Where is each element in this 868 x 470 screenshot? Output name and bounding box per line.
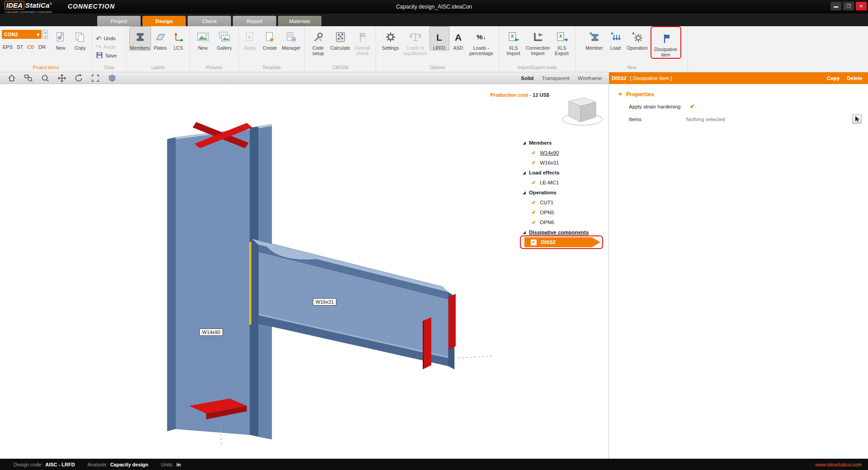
tree-item-label: DISS2 xyxy=(541,240,556,245)
connection-spinner[interactable]: ▲ ▼ xyxy=(42,30,48,39)
undo-button[interactable]: ↶Undo xyxy=(94,34,118,43)
template-manager-button[interactable]: Manager xyxy=(280,26,302,51)
viewport-3d[interactable]: Production cost - 12 US$ W16x31 W14x90 M… xyxy=(0,84,609,459)
viewport-toolbar: Solid Transparent Wireframe xyxy=(0,72,609,84)
maximize-button[interactable]: ❐ xyxy=(843,2,854,10)
tree-item-le-mc1[interactable]: ✔LE-MC1 xyxy=(518,178,609,188)
labels-plates-button[interactable]: Plates xyxy=(151,26,170,51)
new-member-button[interactable]: Member xyxy=(583,26,606,51)
copy-item-button[interactable]: Copy xyxy=(827,75,840,81)
flag-icon xyxy=(357,30,368,44)
rotate-view-icon[interactable] xyxy=(74,74,83,83)
view-mode-solid[interactable]: Solid xyxy=(521,75,533,81)
strain-hardening-checkbox[interactable]: ✔ xyxy=(690,103,695,110)
expand-triangle-icon[interactable] xyxy=(523,191,526,194)
asd-button[interactable]: A ASD xyxy=(449,26,467,51)
view-mode-wireframe[interactable]: Wireframe xyxy=(578,75,602,81)
design-code-value: AISC - LRFD xyxy=(45,462,75,467)
check-icon[interactable]: ✔ xyxy=(532,220,536,226)
redo-button[interactable]: ↷Redo xyxy=(94,43,118,52)
model-canvas[interactable] xyxy=(0,84,609,459)
pan-icon[interactable] xyxy=(57,74,66,83)
connection-import-button[interactable]: Connection Import xyxy=(525,26,551,56)
template-create-button[interactable]: Create xyxy=(259,26,279,51)
tree-group-members[interactable]: Members xyxy=(518,138,609,148)
picture-gallery-button[interactable]: Gallery xyxy=(213,26,236,51)
website-link[interactable]: www.ideastatica.com xyxy=(815,462,862,467)
expand-triangle-icon[interactable] xyxy=(523,231,526,234)
new-load-button[interactable]: Load xyxy=(606,26,625,51)
home-view-icon[interactable] xyxy=(7,74,16,83)
copy-project-item-button[interactable]: Copy xyxy=(71,26,90,51)
check-icon[interactable]: ✔ xyxy=(532,210,536,216)
zoom-fit-icon[interactable] xyxy=(91,74,100,83)
tree-group-load-effects[interactable]: Load effects xyxy=(518,168,609,178)
zoom-window-icon[interactable] xyxy=(24,74,33,83)
item-picker-button[interactable] xyxy=(852,114,862,124)
mode-st[interactable]: ST xyxy=(17,44,23,50)
tab-check[interactable]: Check xyxy=(188,16,231,26)
check-icon[interactable]: ✔ xyxy=(532,150,536,156)
connection-selector[interactable]: CON2 ▾ xyxy=(2,30,42,39)
tree-item-w14x90[interactable]: ✔W14x90 xyxy=(518,148,609,158)
app-window: IDEA StatiCa® Calculate yesterday's esti… xyxy=(0,0,868,470)
beam-label[interactable]: W16x31 xyxy=(313,298,336,306)
tree-group-dissipative-components[interactable]: Dissipative components xyxy=(518,227,609,237)
overall-check-button[interactable]: Overall check xyxy=(352,26,373,56)
tab-materials[interactable]: Materials xyxy=(278,16,321,26)
delete-item-button[interactable]: Delete xyxy=(847,75,863,81)
calculate-button[interactable]: Calculate xyxy=(329,26,352,51)
selected-item-arrow[interactable]: ✔DISS2 xyxy=(524,237,600,247)
mode-eps[interactable]: EPS xyxy=(3,44,13,50)
tab-design[interactable]: Design xyxy=(142,16,186,26)
spinner-down-icon[interactable]: ▼ xyxy=(43,34,47,38)
expand-triangle-icon[interactable] xyxy=(523,141,526,145)
column-label[interactable]: W14x90 xyxy=(199,329,223,336)
close-button[interactable]: ✕ xyxy=(856,2,867,10)
tree-item-opn5[interactable]: ✔OPN5 xyxy=(518,207,609,217)
tree-group-operations[interactable]: Operations xyxy=(518,188,609,197)
mode-cd[interactable]: CD xyxy=(27,44,34,50)
navigation-cube[interactable] xyxy=(562,98,602,125)
create-template-icon xyxy=(264,30,276,44)
new-dissipative-item-button[interactable]: Dissipative item xyxy=(652,28,680,57)
settings-button[interactable]: Settings xyxy=(380,26,401,51)
lrfd-button[interactable]: L LRFD xyxy=(429,26,449,51)
tree-item-opn6[interactable]: ✔OPN6 xyxy=(518,217,609,227)
titlebar: IDEA StatiCa® Calculate yesterday's esti… xyxy=(0,0,868,14)
check-icon[interactable]: ✔ xyxy=(532,200,536,206)
save-button[interactable]: Save xyxy=(94,52,118,60)
expand-triangle-icon[interactable] xyxy=(523,171,526,174)
properties-section-header[interactable]: Properties xyxy=(609,84,868,98)
tab-project[interactable]: Project xyxy=(97,16,141,26)
loads-percentage-button[interactable]: %↓ Loads - percentage xyxy=(467,26,495,56)
tree-item-cut1[interactable]: ✔CUT1 xyxy=(518,197,609,207)
tab-report[interactable]: Report xyxy=(233,16,276,26)
xls-import-button[interactable]: X XLS Import xyxy=(502,26,525,56)
close-icon: ✕ xyxy=(859,4,863,9)
view-mode-transparent[interactable]: Transparent xyxy=(542,75,570,81)
collapse-triangle-icon[interactable] xyxy=(618,93,622,96)
labels-lcs-button[interactable]: LCS xyxy=(170,26,187,51)
column-w14x90[interactable] xyxy=(167,124,272,439)
tree-item-diss2[interactable]: ✔DISS2 xyxy=(518,237,609,247)
loads-in-equilibrium-button[interactable]: Loads in equilibrium xyxy=(401,26,429,56)
zoom-icon[interactable] xyxy=(41,74,50,83)
code-setup-button[interactable]: Code setup xyxy=(307,26,329,56)
group-template: Apply Create Manager Template xyxy=(239,26,305,72)
new-operation-button[interactable]: Operation xyxy=(625,26,650,51)
items-row: Items Nothing selected xyxy=(609,116,868,123)
view-cube-icon[interactable] xyxy=(108,74,117,83)
picture-new-button[interactable]: New xyxy=(193,26,213,51)
spinner-up-icon[interactable]: ▲ xyxy=(43,30,47,34)
tree-item-w16x31[interactable]: ✔W16x31 xyxy=(518,158,609,168)
template-apply-button[interactable]: Apply xyxy=(241,26,259,51)
labels-members-button[interactable]: Members xyxy=(129,26,151,51)
check-icon[interactable]: ✔ xyxy=(532,180,536,186)
new-project-item-button[interactable]: New xyxy=(51,26,70,51)
mode-dr[interactable]: DR xyxy=(38,44,46,50)
checkbox-checked-icon[interactable]: ✔ xyxy=(531,240,537,245)
check-icon[interactable]: ✔ xyxy=(532,160,536,166)
xls-export-button[interactable]: X XLS Export xyxy=(551,26,573,56)
minimize-button[interactable]: ▬ xyxy=(830,2,841,10)
